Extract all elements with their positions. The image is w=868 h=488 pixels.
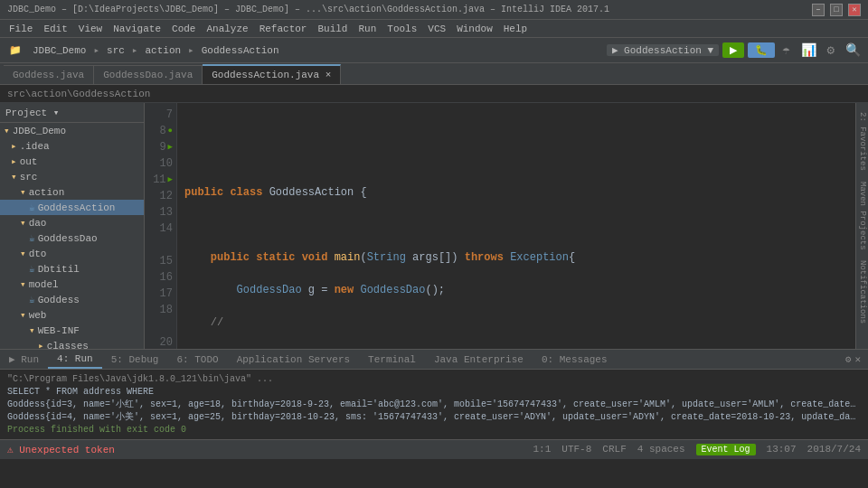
profile-icon[interactable]: 📊 [797, 42, 820, 58]
sidebar-item-out[interactable]: ▸ out [0, 154, 144, 169]
sidebar-item-label: Goddess [38, 295, 80, 305]
tab-goddessaction-java[interactable]: GoddessAction.java × [203, 64, 341, 84]
right-panel: 2: Favorites Maven Projects Notification… [855, 103, 868, 349]
toolbar-file-label: GoddessAction [198, 45, 283, 56]
menu-tools[interactable]: Tools [382, 22, 422, 36]
sidebar-item-label: out [20, 156, 38, 167]
tab-goddess-java[interactable]: Goddess.java [4, 65, 94, 84]
sidebar-item-goddess[interactable]: ☕ Goddess [0, 292, 144, 307]
bottom-tab-run[interactable]: ▶ Run [0, 351, 48, 368]
sidebar-item-dbtitil[interactable]: ☕ Dbtitil [0, 261, 144, 277]
sidebar-item-dao[interactable]: ▾ dao [0, 215, 144, 230]
bottom-panel: ▶ Run 4: Run 5: Debug 6: TODO Applicatio… [0, 349, 868, 439]
expand-icon: ▸ [38, 340, 44, 349]
sidebar-item-label: web [29, 310, 47, 321]
sidebar-item-idea[interactable]: ▸ .idea [0, 138, 144, 154]
title-text: JDBC_Demo – [D:\IdeaProjects\JDBC_Demo] … [7, 5, 609, 14]
menu-view[interactable]: View [73, 22, 108, 36]
favorites-panel-btn[interactable]: 2: Favorites [858, 107, 867, 176]
maven-panel-btn[interactable]: Maven Projects [858, 176, 867, 256]
menu-refactor[interactable]: Refactor [254, 22, 313, 36]
menu-edit[interactable]: Edit [38, 22, 72, 36]
search-icon[interactable]: 🔍 [842, 42, 864, 58]
tab-goddessdao-java[interactable]: GoddessDao.java [94, 65, 203, 84]
status-right: 1:1 UTF-8 CRLF 4 spaces Event Log 13:07 … [533, 444, 862, 455]
sidebar-header: Project ▾ [0, 103, 144, 123]
java-icon: ☕ [29, 294, 35, 305]
title-bar: JDBC_Demo – [D:\IdeaProjects\JDBC_Demo] … [0, 0, 868, 20]
sidebar-item-goddessdao[interactable]: ☕ GoddessDao [0, 230, 144, 246]
bottom-settings-icon[interactable]: ⚙ [845, 353, 852, 365]
debug-button[interactable]: 🐛 [748, 42, 775, 58]
code-line [184, 217, 848, 233]
sidebar-item-action[interactable]: ▾ action [0, 184, 144, 200]
expand-icon: ▾ [20, 217, 26, 229]
run-path: "C:\Program Files\Java\jdk1.8.0_121\bin\… [7, 373, 861, 386]
toolbar-sep2: ▸ [130, 44, 140, 56]
bottom-tab-app-servers[interactable]: Application Servers [228, 352, 359, 368]
bottom-tab-6-todo[interactable]: 6: TODO [167, 352, 227, 368]
unexpected-token-label: Unexpected token [19, 445, 115, 455]
event-log-button[interactable]: Event Log [696, 444, 756, 455]
time-label: 13:07 [767, 444, 797, 455]
run-config-label[interactable]: ▶ GoddessAction ▼ [607, 44, 719, 56]
coverage-icon[interactable]: ☂ [778, 42, 793, 58]
maximize-button[interactable]: □ [830, 4, 843, 16]
bottom-tab-5-debug[interactable]: 5: Debug [102, 352, 168, 368]
line-col-label: 1:1 [533, 444, 552, 455]
toolbar-action-label: action [141, 45, 184, 56]
bottom-panel-controls: ⚙ ✕ [845, 353, 868, 365]
breadcrumb-path: src\action\GoddessAction [7, 89, 150, 99]
error-icon: ⚠ [7, 445, 14, 455]
sidebar-item-src[interactable]: ▾ src [0, 169, 144, 184]
main-layout: Project ▾ ▾ JDBC_Demo ▸ .idea ▸ out ▾ sr… [0, 103, 868, 349]
output-line-3: Goddess{id=4, name='小美', sex=1, age=25, … [7, 411, 861, 424]
code-line: public class GoddessAction { [184, 184, 848, 201]
minimize-button[interactable]: – [812, 4, 825, 16]
sidebar-item-label: dao [29, 218, 47, 229]
sidebar-item-label: classes [47, 341, 89, 350]
menu-window[interactable]: Window [451, 22, 498, 36]
settings-icon[interactable]: ⚙ [824, 42, 838, 58]
menu-analyze[interactable]: Analyze [201, 22, 253, 36]
code-line: Goddess g0 = new Goddess(); [184, 347, 848, 349]
menu-file[interactable]: File [4, 22, 38, 36]
menu-build[interactable]: Build [312, 22, 353, 36]
run-button[interactable]: ▶ [722, 42, 744, 58]
bottom-tab-terminal[interactable]: Terminal [359, 352, 425, 368]
expand-icon: ▾ [4, 125, 10, 136]
bottom-tab-4-run[interactable]: 4: Run [48, 351, 102, 369]
menu-navigate[interactable]: Navigate [108, 22, 166, 36]
sidebar-item-web[interactable]: ▾ web [0, 307, 144, 323]
code-line: GoddessDao g = new GoddessDao(); [184, 282, 848, 298]
menu-code[interactable]: Code [166, 22, 201, 36]
line-numbers: 7 8 ● 9 ▶ 10 11 ▶ 12 13 14 15 16 17 18 2… [145, 103, 177, 349]
sidebar-item-label: GoddessAction [38, 202, 116, 213]
sidebar-item-webinf[interactable]: ▾ WEB-INF [0, 323, 144, 338]
sidebar-item-label: GoddessDao [38, 233, 98, 244]
expand-icon: ▾ [20, 248, 26, 259]
code-line: public static void main(String args[]) t… [184, 249, 848, 266]
sidebar-item-jdbc-demo[interactable]: ▾ JDBC_Demo [0, 123, 144, 138]
menu-bar: File Edit View Navigate Code Analyze Ref… [0, 20, 868, 38]
bottom-tab-java-enterprise[interactable]: Java Enterprise [425, 352, 533, 368]
menu-run[interactable]: Run [353, 22, 382, 36]
sidebar-item-goddessaction[interactable]: ☕ GoddessAction [0, 200, 144, 215]
menu-help[interactable]: Help [498, 22, 533, 36]
code-area[interactable]: public class GoddessAction { public stat… [177, 103, 855, 349]
toolbar-src-label: src [103, 45, 128, 56]
editor[interactable]: 7 8 ● 9 ▶ 10 11 ▶ 12 13 14 15 16 17 18 2… [145, 103, 855, 349]
java-icon: ☕ [29, 232, 35, 244]
sidebar-item-model[interactable]: ▾ model [0, 277, 144, 292]
toolbar-sep1: ▸ [91, 44, 101, 56]
output-line-1: SELECT * FROM address WHERE [7, 386, 861, 399]
sidebar-item-dto[interactable]: ▾ dto [0, 246, 144, 261]
status-bar: ⚠ Unexpected token 1:1 UTF-8 CRLF 4 spac… [0, 439, 868, 459]
menu-vcs[interactable]: VCS [422, 22, 451, 36]
close-button[interactable]: ✕ [848, 4, 861, 16]
notifications-panel-btn[interactable]: Notifications [858, 255, 867, 329]
bottom-close-icon[interactable]: ✕ [854, 353, 861, 365]
bottom-tab-0-messages[interactable]: 0: Messages [533, 352, 617, 368]
sidebar-item-classes[interactable]: ▸ classes [0, 338, 144, 349]
sidebar: Project ▾ ▾ JDBC_Demo ▸ .idea ▸ out ▾ sr… [0, 103, 145, 349]
